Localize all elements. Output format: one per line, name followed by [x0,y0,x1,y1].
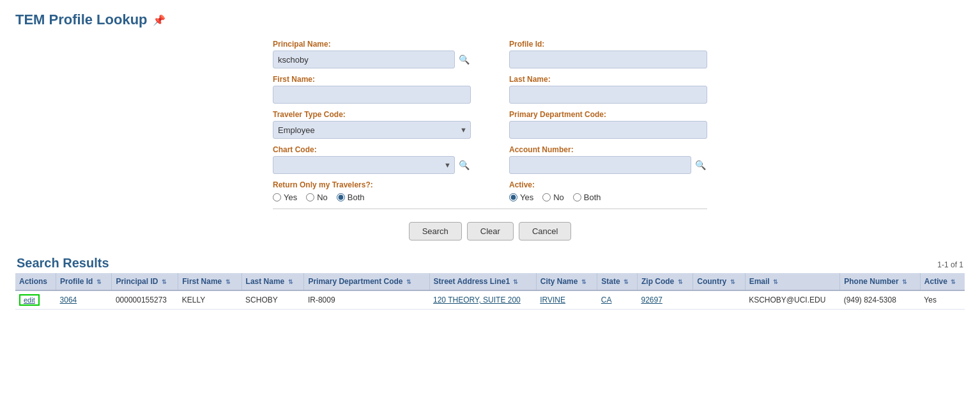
active-no-radio[interactable] [542,193,551,201]
col-country[interactable]: Country ⇅ [693,273,745,290]
cell-city-name: IRVINE [536,290,597,310]
cell-state: CA [597,290,638,310]
pin-icon: 📌 [153,14,165,26]
col-state[interactable]: State ⇅ [597,273,638,290]
cell-active: Yes [920,290,965,310]
active-yes-option[interactable]: Yes [509,193,533,202]
form-grid: Principal Name: 🔍 Profile Id: First Name… [273,40,707,202]
active-no-option[interactable]: No [542,193,564,202]
return-no-label: No [317,193,328,202]
return-yes-option[interactable]: Yes [273,193,297,202]
button-row: Search Clear Cancel [409,222,572,240]
form-divider [273,209,707,209]
return-both-option[interactable]: Both [337,193,365,202]
traveler-type-label: Traveler Type Code: [273,110,471,119]
return-no-radio[interactable] [306,193,314,201]
traveler-type-group: Traveler Type Code: Employee Non-Employe… [273,110,471,139]
account-number-search-icon[interactable]: 🔍 [694,159,707,171]
col-actions: Actions [15,273,56,290]
active-group: Active: Yes No Both [509,180,707,202]
col-email[interactable]: Email ⇅ [745,273,840,290]
zip-code-link[interactable]: 92697 [641,296,662,304]
col-city-name[interactable]: City Name ⇅ [536,273,597,290]
account-number-label: Account Number: [509,145,707,154]
return-both-radio[interactable] [337,193,345,201]
return-yes-radio[interactable] [273,193,281,201]
profile-id-link[interactable]: 3064 [60,296,77,304]
profile-id-label: Profile Id: [509,40,707,49]
principal-name-search-icon[interactable]: 🔍 [457,53,471,66]
cell-last-name: SCHOBY [241,290,304,310]
city-name-link[interactable]: IRVINE [540,296,565,304]
col-street-address[interactable]: Street Address Line1 ⇅ [429,273,536,290]
active-no-label: No [553,193,564,202]
primary-dept-label: Primary Department Code: [509,110,707,119]
principal-name-input-row: 🔍 [273,51,471,68]
cell-street-address: 120 THEORY, SUITE 200 [429,290,536,310]
active-both-radio[interactable] [573,193,581,201]
chart-code-select[interactable] [273,156,455,174]
table-body: edit 3064 000000155273 KELLY SCHOBY IR-8… [15,290,965,310]
col-active[interactable]: Active ⇅ [920,273,965,290]
account-number-group: Account Number: 🔍 [509,145,707,174]
chart-code-search-icon[interactable]: 🔍 [457,159,471,171]
state-link[interactable]: CA [601,296,612,304]
cell-email: KSCHOBY@UCI.EDU [745,290,840,310]
chart-code-group: Chart Code: ▼ 🔍 [273,145,471,174]
return-both-label: Both [348,193,365,202]
active-label: Active: [509,180,707,189]
last-name-input[interactable] [509,86,707,104]
street-address-link[interactable]: 120 THEORY, SUITE 200 [433,296,521,304]
form-section: Principal Name: 🔍 Profile Id: First Name… [15,40,965,256]
account-number-row: 🔍 [509,156,707,174]
active-radio-group: Yes No Both [509,193,707,202]
col-profile-id[interactable]: Profile Id ⇅ [56,273,112,290]
last-name-label: Last Name: [509,75,707,84]
return-no-option[interactable]: No [306,193,328,202]
results-count: 1-1 of 1 [937,260,963,269]
chart-code-select-wrapper: ▼ [273,156,455,174]
table-header: Actions Profile Id ⇅ Principal ID ⇅ Firs… [15,273,965,290]
return-travelers-radio-group: Yes No Both [273,193,471,202]
profile-id-group: Profile Id: [509,40,707,68]
return-travelers-label: Return Only my Travelers?: [273,180,471,189]
results-header: Search Results 1-1 of 1 [15,256,965,271]
cell-principal-id: 000000155273 [112,290,178,310]
active-both-option[interactable]: Both [573,193,601,202]
primary-dept-input[interactable] [509,121,707,139]
col-phone-number[interactable]: Phone Number ⇅ [840,273,921,290]
edit-button[interactable]: edit [19,294,40,306]
primary-dept-group: Primary Department Code: [509,110,707,139]
cancel-button[interactable]: Cancel [519,222,571,240]
clear-button[interactable]: Clear [467,222,514,240]
results-table: Actions Profile Id ⇅ Principal ID ⇅ Firs… [15,273,965,310]
cell-phone-number: (949) 824-5308 [840,290,921,310]
col-first-name[interactable]: First Name ⇅ [178,273,241,290]
first-name-input[interactable] [273,86,471,104]
page-container: TEM Profile Lookup 📌 Principal Name: 🔍 P… [0,0,980,394]
search-button[interactable]: Search [409,222,462,240]
col-principal-id[interactable]: Principal ID ⇅ [112,273,178,290]
active-yes-radio[interactable] [509,193,517,201]
col-zip-code[interactable]: Zip Code ⇅ [637,273,693,290]
cell-actions: edit [15,290,56,310]
profile-id-input[interactable] [509,51,707,68]
results-title: Search Results [17,256,109,271]
col-last-name[interactable]: Last Name ⇅ [241,273,304,290]
return-travelers-group: Return Only my Travelers?: Yes No Both [273,180,471,202]
first-name-label: First Name: [273,75,471,84]
account-number-input[interactable] [509,156,691,174]
traveler-type-select-wrapper: Employee Non-Employee Other ▼ [273,121,471,139]
title-text: TEM Profile Lookup [15,12,148,28]
principal-name-input[interactable] [273,51,455,68]
cell-zip-code: 92697 [637,290,693,310]
cell-primary-dept: IR-8009 [304,290,429,310]
chart-code-label: Chart Code: [273,145,471,154]
chart-code-row: ▼ 🔍 [273,156,471,174]
cell-country [693,290,745,310]
traveler-type-select[interactable]: Employee Non-Employee Other [273,121,471,139]
cell-profile-id: 3064 [56,290,112,310]
active-both-label: Both [584,193,601,202]
return-yes-label: Yes [284,193,297,202]
col-primary-dept[interactable]: Primary Department Code ⇅ [304,273,429,290]
